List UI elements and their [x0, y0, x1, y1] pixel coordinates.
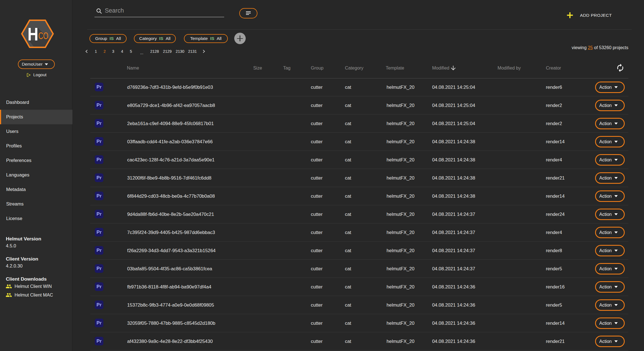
svg-text:CO: CO	[38, 30, 48, 41]
svg-text:H: H	[28, 24, 38, 44]
